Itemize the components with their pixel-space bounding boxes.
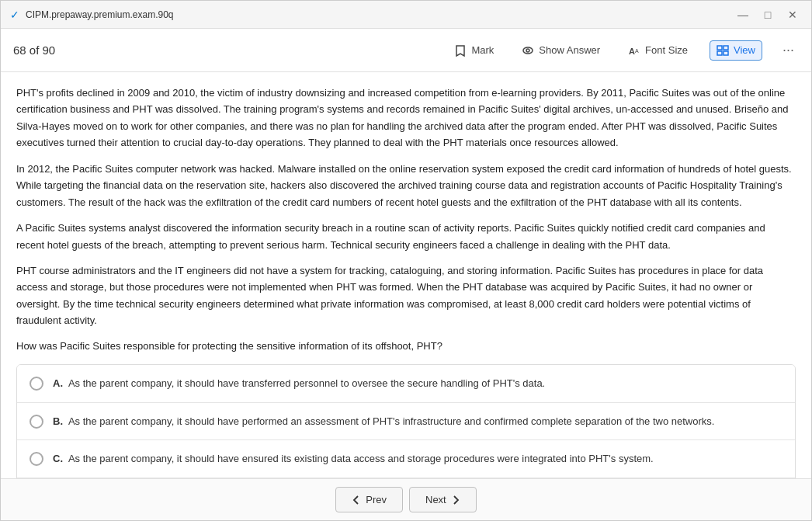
window-controls: — □ ✕ (734, 5, 802, 24)
close-button[interactable]: ✕ (783, 5, 802, 24)
content-area[interactable]: PHT's profits declined in 2009 and 2010,… (1, 72, 811, 478)
eye-icon (522, 44, 534, 57)
option-b[interactable]: B. As the parent company, it should have… (17, 403, 795, 441)
toolbar: 68 of 90 Mark Show Answer A A (1, 29, 811, 72)
bookmark-icon (454, 44, 467, 57)
passage-paragraph-4: PHT course administrators and the IT eng… (16, 262, 796, 329)
option-a[interactable]: A. As the parent company, it should have… (17, 365, 795, 403)
next-icon (451, 495, 460, 505)
svg-rect-7 (724, 51, 728, 55)
next-button[interactable]: Next (409, 487, 477, 512)
title-bar: ✓ CIPM.prepaway.premium.exam.90q — □ ✕ (1, 1, 811, 29)
option-c[interactable]: C. As the parent company, it should have… (17, 440, 795, 478)
svg-rect-5 (724, 46, 728, 50)
font-size-button[interactable]: A A Font Size (622, 41, 694, 60)
show-answer-button[interactable]: Show Answer (515, 41, 606, 60)
passage-paragraph-1: PHT's profits declined in 2009 and 2010,… (16, 85, 796, 151)
view-button[interactable]: View (710, 40, 762, 61)
app-icon: ✓ (10, 9, 19, 21)
option-b-text: B. As the parent company, it should have… (53, 414, 714, 429)
window-title: CIPM.prepaway.premium.exam.90q (26, 9, 174, 20)
font-size-icon: A A (628, 44, 640, 57)
option-c-radio[interactable] (29, 452, 43, 466)
passage-paragraph-2: In 2012, the Pacific Suites computer net… (16, 161, 796, 210)
option-c-text: C. As the parent company, it should have… (53, 451, 654, 467)
svg-rect-6 (717, 51, 722, 55)
passage-paragraph-3: A Pacific Suites systems analyst discove… (16, 220, 796, 253)
question-text: How was Pacific Suites responsible for p… (16, 339, 796, 354)
progress-indicator: 68 of 90 (13, 43, 55, 57)
window: ✓ CIPM.prepaway.premium.exam.90q — □ ✕ 6… (0, 0, 812, 521)
prev-icon (352, 495, 361, 505)
view-icon (717, 44, 729, 57)
prev-button[interactable]: Prev (335, 487, 403, 512)
toolbar-actions: Mark Show Answer A A Font Size (448, 40, 799, 61)
maximize-button[interactable]: □ (758, 5, 777, 24)
options-list: A. As the parent company, it should have… (16, 364, 796, 478)
option-a-text: A. As the parent company, it should have… (53, 376, 545, 391)
bottom-navigation: Prev Next (1, 478, 811, 520)
svg-point-0 (523, 47, 533, 54)
minimize-button[interactable]: — (734, 5, 752, 24)
svg-rect-4 (717, 46, 722, 50)
option-a-radio[interactable] (29, 377, 43, 391)
mark-button[interactable]: Mark (448, 41, 500, 60)
more-options-button[interactable]: ··· (778, 42, 799, 58)
option-b-radio[interactable] (29, 415, 43, 429)
svg-text:A: A (629, 47, 635, 56)
svg-point-1 (526, 49, 529, 52)
svg-text:A: A (635, 48, 639, 54)
title-left: ✓ CIPM.prepaway.premium.exam.90q (10, 9, 174, 21)
